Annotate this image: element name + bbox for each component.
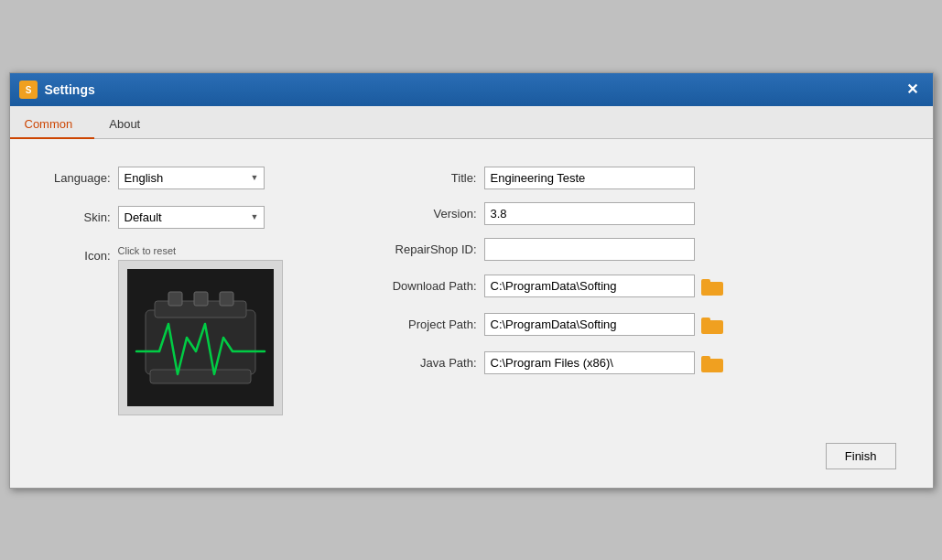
- project-input[interactable]: [484, 313, 695, 336]
- tab-about[interactable]: About: [94, 110, 162, 138]
- footer: Finish: [10, 434, 933, 488]
- icon-row: Icon: Click to reset: [47, 245, 303, 415]
- download-folder-button[interactable]: [698, 274, 726, 299]
- svg-rect-12: [701, 318, 710, 323]
- folder-icon: [701, 316, 723, 334]
- title-input[interactable]: [484, 167, 695, 189]
- folder-icon: [701, 277, 723, 296]
- repairshop-row: RepairShop ID:: [358, 238, 896, 261]
- language-label: Language:: [47, 171, 111, 185]
- app-icon: S: [19, 81, 38, 99]
- svg-rect-6: [194, 292, 208, 306]
- download-label: Download Path:: [358, 279, 477, 293]
- language-row: Language: English Spanish French German: [47, 167, 303, 189]
- project-folder-button[interactable]: [698, 312, 726, 338]
- window-title: Settings: [45, 82, 95, 97]
- finish-button[interactable]: Finish: [826, 443, 896, 469]
- repairshop-input[interactable]: [484, 238, 695, 261]
- icon-area: Click to reset: [118, 245, 283, 415]
- java-input-wrapper: [484, 350, 896, 376]
- skin-label: Skin:: [47, 210, 111, 224]
- title-input-wrapper: [484, 167, 896, 189]
- skin-row: Skin: Default Dark Light: [47, 206, 303, 229]
- svg-rect-5: [168, 292, 182, 306]
- title-bar: S Settings ✕: [10, 73, 933, 106]
- version-field-label: Version:: [358, 207, 477, 221]
- content-area: Language: English Spanish French German …: [10, 139, 933, 434]
- svg-rect-7: [220, 292, 233, 306]
- icon-label: Icon:: [47, 249, 111, 263]
- tab-common[interactable]: Common: [10, 110, 95, 138]
- java-input[interactable]: [484, 351, 695, 374]
- svg-rect-10: [701, 279, 710, 285]
- svg-rect-14: [701, 356, 710, 361]
- project-label: Project Path:: [358, 318, 477, 331]
- left-panel: Language: English Spanish French German …: [47, 167, 303, 415]
- project-input-wrapper: [484, 312, 896, 338]
- svg-text:S: S: [25, 85, 31, 95]
- skin-select[interactable]: Default Dark Light: [118, 206, 265, 229]
- repairshop-input-wrapper: [484, 238, 896, 261]
- title-field-label: Title:: [358, 171, 477, 185]
- skin-select-wrapper: Default Dark Light: [118, 206, 265, 229]
- icon-preview[interactable]: [118, 260, 283, 415]
- close-button[interactable]: ✕: [901, 81, 924, 99]
- settings-window: S Settings ✕ Common About Language: Engl…: [9, 72, 934, 489]
- title-row: Title:: [358, 167, 896, 189]
- tab-bar: Common About: [10, 106, 933, 139]
- java-folder-button[interactable]: [698, 350, 726, 376]
- language-select[interactable]: English Spanish French German: [118, 167, 265, 189]
- language-select-wrapper: English Spanish French German: [118, 167, 265, 189]
- download-row: Download Path:: [358, 274, 896, 299]
- download-input[interactable]: [484, 275, 695, 297]
- version-input[interactable]: [484, 202, 695, 225]
- java-row: Java Path:: [358, 350, 896, 376]
- title-bar-left: S Settings: [19, 81, 95, 99]
- folder-icon: [701, 354, 723, 372]
- click-to-reset[interactable]: Click to reset: [118, 245, 283, 256]
- right-panel: Title: Version: RepairShop ID:: [358, 167, 896, 415]
- download-input-wrapper: [484, 274, 896, 299]
- version-input-wrapper: [484, 202, 896, 225]
- project-row: Project Path:: [358, 312, 896, 338]
- java-label: Java Path:: [358, 356, 477, 370]
- repairshop-label: RepairShop ID:: [358, 242, 477, 256]
- version-row: Version:: [358, 202, 896, 225]
- svg-rect-8: [150, 370, 251, 383]
